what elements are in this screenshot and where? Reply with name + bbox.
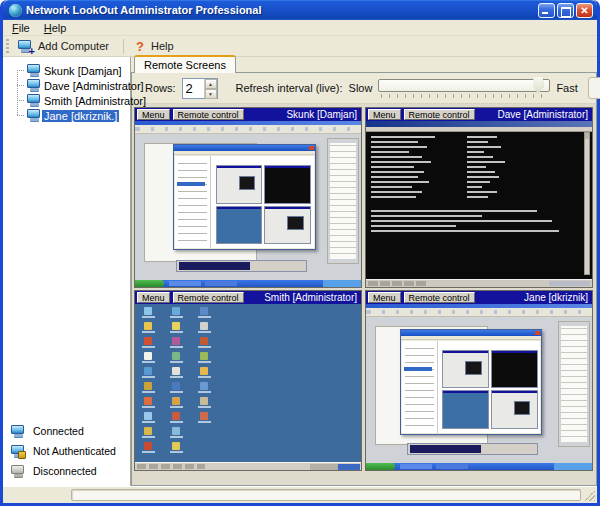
controls-bar: Rows: 2 ▲ ▼ Refresh interval (live): Slo… [132,73,596,104]
title-bar: Network LookOut Administrator Profession… [3,0,597,20]
desktop-icon [195,367,215,379]
desktop-icon [167,307,187,319]
app-window: Network LookOut Administrator Profession… [0,0,600,506]
panel-computer-name: Skunk [Damjan] [247,109,359,120]
desktop-icon [195,412,215,424]
rows-label: Rows: [145,82,176,94]
panel-remote-control-button[interactable]: Remote control [173,109,244,120]
desktop-icon [195,352,215,364]
terminal-text-line [369,141,582,143]
desktop-icon [195,397,215,409]
panel-header: Menu Remote control Dave [Administrator] [366,108,592,121]
fast-label: Fast [556,82,577,94]
terminal-text-line [369,210,582,212]
computer-monitor-icon [26,94,42,107]
tree-item-jane[interactable]: Jane [dkriznik.] [3,108,130,123]
remote-screen-thumbnail-jane[interactable] [366,304,592,470]
terminal-text-line [369,176,582,178]
desktop-icon [167,442,187,454]
panel-header: Menu Remote control Jane [dkriznik] [366,291,592,304]
slider-track[interactable] [378,79,550,92]
desktop-icon [139,352,159,364]
panel-computer-name: Dave [Administrator] [478,109,590,120]
panel-header: Menu Remote control Skunk [Damjan] [135,108,361,121]
tree-item-smith[interactable]: Smith [Administrator] [3,93,130,108]
panel-remote-control-button[interactable]: Remote control [404,109,475,120]
question-mark-icon: ? [134,39,146,54]
toolbar: Add Computer ? Help [3,36,597,57]
desktop-icon [167,367,187,379]
desktop-icon [139,412,159,424]
refresh-interval-slider[interactable] [378,76,550,100]
tab-remote-screens[interactable]: Remote Screens [134,55,236,73]
terminal-text-line [369,220,582,222]
menu-bar: File Help [3,20,597,36]
panel-menu-button[interactable]: Menu [137,292,170,303]
panel-computer-name: Smith [Administrator] [247,292,359,303]
maximize-button[interactable] [557,3,574,18]
terminal-text-line [369,215,582,217]
terminal-text-line [369,146,582,148]
desktop-icon [139,337,159,349]
computer-monitor-icon [26,79,42,92]
status-bar [3,486,597,503]
terminal-text-line [369,186,582,188]
refresh-now-button[interactable]: Refresh now! [588,77,600,99]
desktop-icon [167,352,187,364]
computer-monitor-icon [26,64,42,77]
scrollbar [584,132,590,275]
desktop-icon [139,442,159,454]
panel-menu-button[interactable]: Menu [368,292,401,303]
desktop-icon [195,322,215,334]
tree-item-dave[interactable]: Dave [Administrator] [3,78,130,93]
spinner-up-icon[interactable]: ▲ [205,79,217,89]
refresh-interval-label: Refresh interval (live): [236,82,343,94]
legend-connected: Connected [10,424,116,438]
toolbar-separator [123,39,124,54]
tree-item-skunk[interactable]: Skunk [Damjan] [3,63,130,78]
toolbar-grip[interactable] [6,39,9,54]
resize-grip[interactable] [584,490,595,501]
desktop-icon [167,397,187,409]
rows-spinner[interactable]: 2 ▲ ▼ [182,78,218,99]
menu-file[interactable]: File [5,21,37,35]
panel-remote-control-button[interactable]: Remote control [173,292,244,303]
remote-screen-thumbnail-dave[interactable] [366,121,592,287]
remote-screen-thumbnail-skunk[interactable] [135,121,361,287]
help-button[interactable]: ? Help [130,38,182,55]
terminal-text-line [369,136,582,138]
terminal-text-line [369,225,582,227]
slow-label: Slow [349,82,373,94]
spinner-down-icon[interactable]: ▼ [205,89,217,99]
computer-plus-icon [17,40,33,53]
terminal-text-line [369,171,582,173]
menu-help[interactable]: Help [37,21,74,35]
desktop-icon [139,307,159,319]
close-button[interactable] [576,3,593,18]
add-computer-button[interactable]: Add Computer [13,39,117,54]
computer-tree: Skunk [Damjan] Dave [Administrator] Smit… [3,57,130,123]
window-title: Network LookOut Administrator Profession… [26,4,538,16]
remote-panel-skunk: Menu Remote control Skunk [Damjan] [134,107,362,288]
status-legend: Connected Not Authenticated Disconnected [10,424,116,478]
desktop-icon [139,397,159,409]
minimize-button[interactable] [538,3,555,18]
panel-remote-control-button[interactable]: Remote control [404,292,475,303]
terminal-text-line [369,161,582,163]
desktop-icon [139,367,159,379]
desktop-icon [195,382,215,394]
desktop-icon [167,337,187,349]
remote-screen-thumbnail-smith[interactable] [135,304,361,470]
desktop-icon [167,322,187,334]
remote-screens-grid: Menu Remote control Skunk [Damjan] [132,104,596,485]
legend-disconnected: Disconnected [10,464,116,478]
rows-value[interactable]: 2 [183,79,204,98]
panel-menu-button[interactable]: Menu [368,109,401,120]
desktop-icon [167,412,187,424]
panel-menu-button[interactable]: Menu [137,109,170,120]
panel-header: Menu Remote control Smith [Administrator… [135,291,361,304]
panel-computer-name: Jane [dkriznik] [478,292,590,303]
desktop-icon [139,427,159,439]
terminal-text-line [369,156,582,158]
computer-connected-icon [10,425,26,438]
